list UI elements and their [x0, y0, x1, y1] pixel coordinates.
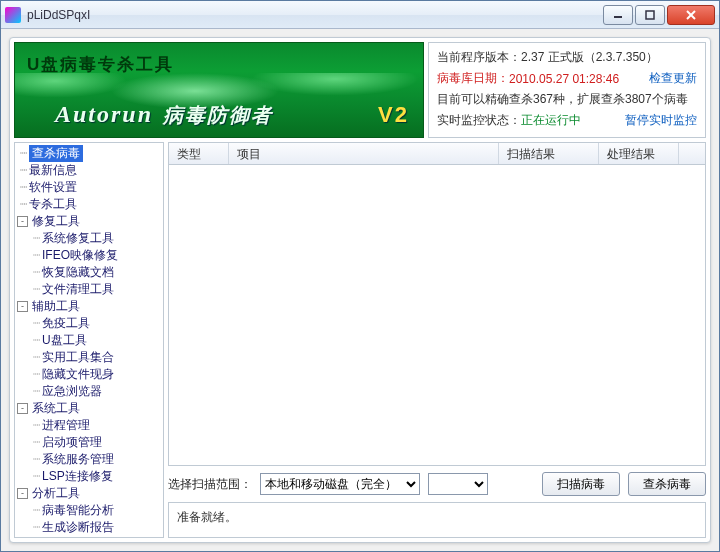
right-pane: 类型项目扫描结果处理结果 选择扫描范围： 本地和移动磁盘（完全） 扫描病毒 查杀… — [168, 142, 706, 538]
banner-subtitle: Autorun 病毒防御者 V2 — [55, 101, 415, 129]
tree-item[interactable]: -修复工具 — [15, 213, 163, 230]
list-header: 类型项目扫描结果处理结果 — [169, 143, 705, 165]
kill-button[interactable]: 查杀病毒 — [628, 472, 706, 496]
tree-item-label: 实用工具集合 — [42, 349, 114, 366]
tree-item-label: 专杀工具 — [29, 196, 77, 213]
banner-title: U盘病毒专杀工具 — [27, 53, 174, 76]
tree-item[interactable]: 隐藏文件现身 — [15, 366, 163, 383]
tree-item-label: 进程管理 — [42, 417, 90, 434]
status-box: 准备就绪。 — [168, 502, 706, 538]
collapse-icon[interactable]: - — [17, 403, 28, 414]
tree-item-label: LSP连接修复 — [42, 468, 113, 485]
status-text: 准备就绪。 — [177, 509, 237, 526]
drive-select[interactable] — [428, 473, 488, 495]
tree-item[interactable]: -分析工具 — [15, 485, 163, 502]
column-header[interactable]: 扫描结果 — [499, 143, 599, 164]
scan-range-select[interactable]: 本地和移动磁盘（完全） — [260, 473, 420, 495]
svg-line-3 — [687, 11, 695, 19]
tree-item[interactable]: 系统服务管理 — [15, 451, 163, 468]
tree-item-label: U盘工具 — [42, 332, 87, 349]
tree-item[interactable]: 进程管理 — [15, 417, 163, 434]
info-db-date: 病毒库日期：2010.05.27 01:28:46 检查更新 — [437, 70, 697, 87]
tree-item-label: 系统修复工具 — [42, 230, 114, 247]
banner: U盘病毒专杀工具 Autorun 病毒防御者 V2 — [14, 42, 424, 138]
tree-item-label: 文件清理工具 — [42, 281, 114, 298]
tree-item[interactable]: 实用工具集合 — [15, 349, 163, 366]
tree-item[interactable]: -辅助工具 — [15, 298, 163, 315]
client-area: U盘病毒专杀工具 Autorun 病毒防御者 V2 当前程序版本：2.37 正式… — [1, 29, 719, 551]
pause-monitor-link[interactable]: 暂停实时监控 — [625, 112, 697, 129]
tree-item[interactable]: ┈专杀工具 — [15, 196, 163, 213]
tree-item-label: 免疫工具 — [42, 315, 90, 332]
column-header[interactable]: 处理结果 — [599, 143, 679, 164]
info-kill-count: 目前可以精确查杀367种，扩展查杀3807个病毒 — [437, 91, 697, 108]
tree-item[interactable]: IFEO映像修复 — [15, 247, 163, 264]
tree-item-label: 软件设置 — [29, 179, 77, 196]
tree-item[interactable]: ┈软件设置 — [15, 179, 163, 196]
info-version: 当前程序版本：2.37 正式版（2.3.7.350） — [437, 49, 697, 66]
scan-range-label: 选择扫描范围： — [168, 476, 252, 493]
tree-item-label: 最新信息 — [29, 162, 77, 179]
tree-item-label: 病毒上报 — [32, 536, 80, 538]
collapse-icon[interactable]: - — [17, 216, 28, 227]
tree-item-label: IFEO映像修复 — [42, 247, 118, 264]
info-panel: 当前程序版本：2.37 正式版（2.3.7.350） 病毒库日期：2010.05… — [428, 42, 706, 138]
info-monitor-status: 实时监控状态：正在运行中 暂停实时监控 — [437, 112, 697, 129]
tree-item[interactable]: 启动项管理 — [15, 434, 163, 451]
banner-version: V2 — [378, 102, 409, 128]
tree-item[interactable]: 系统修复工具 — [15, 230, 163, 247]
tree-item-label: 分析工具 — [32, 485, 80, 502]
body-row: ┈查杀病毒┈最新信息┈软件设置┈专杀工具-修复工具系统修复工具IFEO映像修复恢… — [14, 142, 706, 538]
column-header[interactable]: 类型 — [169, 143, 229, 164]
minimize-button[interactable] — [603, 5, 633, 25]
app-window: pLiDdSPqxI U盘病毒专杀工具 Autorun 病毒防御者 V2 — [0, 0, 720, 552]
check-update-link[interactable]: 检查更新 — [649, 70, 697, 87]
tree-item[interactable]: ┈查杀病毒 — [15, 145, 163, 162]
app-icon — [5, 7, 21, 23]
tree-item[interactable]: 病毒智能分析 — [15, 502, 163, 519]
tree-item-label: 启动项管理 — [42, 434, 102, 451]
window-controls — [601, 5, 715, 25]
header-row: U盘病毒专杀工具 Autorun 病毒防御者 V2 当前程序版本：2.37 正式… — [14, 42, 706, 138]
collapse-icon[interactable]: - — [17, 488, 28, 499]
close-button[interactable] — [667, 5, 715, 25]
scan-controls: 选择扫描范围： 本地和移动磁盘（完全） 扫描病毒 查杀病毒 — [168, 470, 706, 498]
tree-item[interactable]: 应急浏览器 — [15, 383, 163, 400]
tree-item-label: 系统服务管理 — [42, 451, 114, 468]
banner-script: Autorun — [55, 101, 153, 128]
tree-item-label: 应急浏览器 — [42, 383, 102, 400]
tree-item-label: 隐藏文件现身 — [42, 366, 114, 383]
tree-item[interactable]: U盘工具 — [15, 332, 163, 349]
scan-results-list[interactable]: 类型项目扫描结果处理结果 — [168, 142, 706, 466]
tree-item-label: 恢复隐藏文档 — [42, 264, 114, 281]
svg-line-2 — [687, 11, 695, 19]
tree-item-label: 修复工具 — [32, 213, 80, 230]
tree-item[interactable]: -病毒上报 — [15, 536, 163, 538]
tree-item[interactable]: ┈最新信息 — [15, 162, 163, 179]
tree-item-label: 生成诊断报告 — [42, 519, 114, 536]
collapse-icon[interactable]: - — [17, 301, 28, 312]
nav-tree[interactable]: ┈查杀病毒┈最新信息┈软件设置┈专杀工具-修复工具系统修复工具IFEO映像修复恢… — [14, 142, 164, 538]
tree-item-label: 病毒智能分析 — [42, 502, 114, 519]
tree-item-label: 查杀病毒 — [29, 145, 83, 162]
tree-item[interactable]: LSP连接修复 — [15, 468, 163, 485]
tree-item-label: 系统工具 — [32, 400, 80, 417]
scan-button[interactable]: 扫描病毒 — [542, 472, 620, 496]
tree-item[interactable]: 文件清理工具 — [15, 281, 163, 298]
tree-item-label: 辅助工具 — [32, 298, 80, 315]
tree-item[interactable]: 恢复隐藏文档 — [15, 264, 163, 281]
main-card: U盘病毒专杀工具 Autorun 病毒防御者 V2 当前程序版本：2.37 正式… — [9, 37, 711, 543]
list-body — [169, 165, 705, 465]
tree-item[interactable]: 免疫工具 — [15, 315, 163, 332]
column-header[interactable]: 项目 — [229, 143, 499, 164]
window-title: pLiDdSPqxI — [27, 8, 601, 22]
banner-subtext: 病毒防御者 — [163, 102, 273, 129]
tree-item[interactable]: 生成诊断报告 — [15, 519, 163, 536]
tree-item[interactable]: -系统工具 — [15, 400, 163, 417]
svg-rect-1 — [646, 11, 654, 19]
titlebar[interactable]: pLiDdSPqxI — [1, 1, 719, 29]
maximize-button[interactable] — [635, 5, 665, 25]
